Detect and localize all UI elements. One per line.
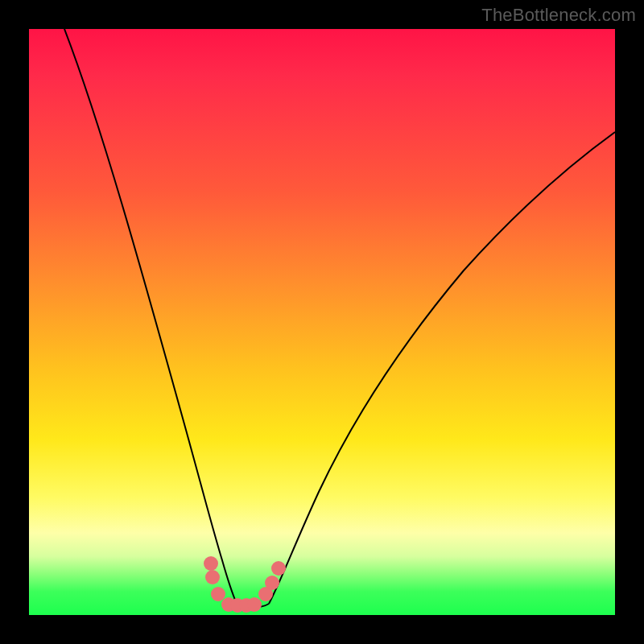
curve-left-branch xyxy=(64,29,237,604)
svg-point-1 xyxy=(205,570,220,584)
outer-frame: TheBottleneck.com xyxy=(0,0,644,644)
curve-right-branch xyxy=(269,132,615,604)
svg-point-8 xyxy=(265,576,279,590)
svg-point-0 xyxy=(204,556,218,571)
svg-point-2 xyxy=(211,587,225,601)
svg-point-6 xyxy=(247,597,262,612)
plot-area xyxy=(29,29,615,615)
bottleneck-curve xyxy=(29,29,615,615)
watermark-text: TheBottleneck.com xyxy=(481,5,636,26)
svg-point-9 xyxy=(271,561,286,576)
valley-dots xyxy=(204,556,286,613)
